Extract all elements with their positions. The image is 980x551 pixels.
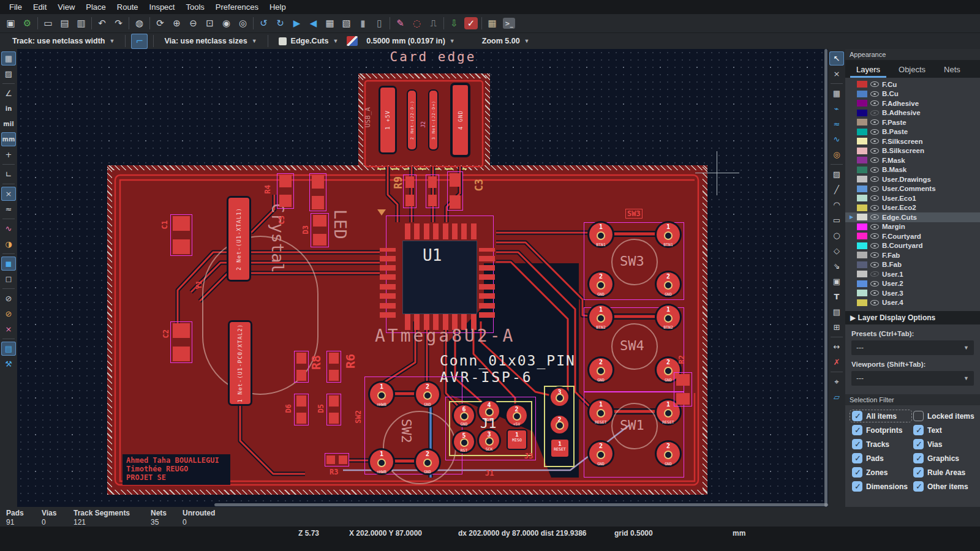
checkbox[interactable] <box>852 453 862 463</box>
sw1-pad[interactable]: 2GND <box>589 442 612 465</box>
layer-row[interactable]: User.4 <box>845 298 980 308</box>
layer-color-swatch[interactable] <box>857 223 867 230</box>
track-width-dropdown[interactable]: Track: use netclass width ▼ <box>7 36 119 47</box>
layer-color-swatch[interactable] <box>857 242 867 249</box>
filter-item[interactable]: Text <box>911 424 979 436</box>
j2-ref[interactable]: J2 <box>420 121 426 128</box>
layer-color-swatch[interactable] <box>857 129 867 135</box>
sw4-pad[interactable]: 1BTN2 <box>657 305 680 329</box>
units-mm-icon[interactable]: mm <box>1 132 16 146</box>
sep[interactable] <box>2 288 15 289</box>
layer-row[interactable]: User.Eco2 <box>845 203 980 213</box>
usb-pad-1[interactable]: 1 +5V <box>379 86 397 154</box>
j3-pad[interactable]: 3 <box>551 388 568 406</box>
sw2-ref[interactable]: SW2 <box>354 410 363 424</box>
sep[interactable] <box>831 372 843 372</box>
checkbox[interactable] <box>913 425 924 435</box>
layer-row[interactable]: User.2 <box>845 279 980 289</box>
menu-item[interactable]: Tools <box>180 0 209 14</box>
j3-pad[interactable]: 2 <box>551 416 568 433</box>
sw3-pad[interactable]: 1BTN1 <box>589 223 612 246</box>
visibility-eye-icon[interactable] <box>870 300 879 305</box>
layer-row[interactable]: F.Courtyard <box>845 231 980 241</box>
layer-color-swatch[interactable] <box>857 157 867 163</box>
sw3-pad[interactable]: 2GND <box>657 272 680 296</box>
plot-icon[interactable]: ▥ <box>73 16 89 31</box>
sep[interactable] <box>2 219 15 219</box>
redo-icon[interactable]: ↷ <box>110 16 127 31</box>
layer-row[interactable]: F.Paste <box>845 118 980 127</box>
footprint-editor-icon[interactable]: ▦ <box>484 16 500 31</box>
layer-row[interactable]: B.Silkscreen <box>845 146 980 156</box>
c3-ref[interactable]: C3 <box>473 179 485 191</box>
sw4-pad[interactable]: 2GND <box>589 358 612 381</box>
unlock-icon[interactable]: ▯ <box>371 16 388 31</box>
local-ratsnest-icon[interactable]: × <box>829 67 844 81</box>
layer-color-swatch[interactable] <box>857 252 867 258</box>
layer-color-swatch[interactable] <box>857 195 867 201</box>
via-size-dropdown[interactable]: Via: use netclass sizes ▼ <box>159 36 262 47</box>
checkbox[interactable] <box>852 467 862 478</box>
zone-outline-icon[interactable]: ◻ <box>1 272 16 286</box>
visibility-eye-icon[interactable] <box>870 252 879 258</box>
sw3-pad[interactable]: 2GND <box>589 272 612 296</box>
sw1-pad[interactable]: 2GND <box>657 442 680 465</box>
visibility-eye-icon[interactable] <box>870 205 879 211</box>
filter-item[interactable]: Tracks <box>850 438 911 450</box>
layer-row[interactable]: F.Fab <box>845 250 980 260</box>
visibility-eye-icon[interactable] <box>870 271 880 277</box>
layer-row[interactable]: F.Adhesive <box>845 99 980 108</box>
c5-footprint[interactable] <box>277 173 294 209</box>
c5-ref[interactable]: C5 <box>277 216 286 224</box>
sep[interactable] <box>831 83 843 84</box>
visibility-eye-icon[interactable] <box>870 214 879 220</box>
limit-45-icon[interactable]: ∟ <box>1 167 16 181</box>
undo-icon[interactable]: ↶ <box>94 16 110 31</box>
isp-text-1[interactable]: Conn_01x03_PIN <box>440 353 576 369</box>
refresh-icon[interactable]: ⟳ <box>152 16 168 31</box>
layer-row[interactable]: User.1 <box>845 269 980 279</box>
checkbox[interactable] <box>913 481 924 492</box>
layer-row[interactable]: B.Adhesive <box>845 108 980 118</box>
visibility-eye-icon[interactable] <box>870 138 879 144</box>
crystal-pad-2[interactable]: 2 Net-(U1-XTAL1) <box>227 196 251 282</box>
properties-panel-icon[interactable]: ⚒ <box>1 357 16 371</box>
visibility-eye-icon[interactable] <box>870 148 879 154</box>
cleanup-tracks-icon[interactable]: ✎ <box>392 16 409 31</box>
lock-icon[interactable]: ▮ <box>355 16 371 31</box>
layer-row[interactable]: User.3 <box>845 288 980 298</box>
zoom-selection-icon[interactable]: ◎ <box>235 16 251 31</box>
r3-footprint[interactable] <box>325 453 349 467</box>
c1-footprint[interactable] <box>170 214 192 256</box>
sw4-pad[interactable]: 1BTN2 <box>589 305 612 329</box>
u1-pads-top[interactable] <box>405 223 477 239</box>
sep[interactable] <box>2 253 15 254</box>
visibility-eye-icon[interactable] <box>870 100 879 106</box>
viewports-select[interactable]: --- ▼ <box>851 371 974 386</box>
d5-ref[interactable]: D5 <box>317 404 325 413</box>
checkbox[interactable] <box>913 453 924 463</box>
c2-ref[interactable]: C2 <box>162 329 170 338</box>
rotate-ccw-icon[interactable]: ↺ <box>255 16 272 31</box>
filter-item[interactable]: Graphics <box>911 452 979 464</box>
add-text-icon[interactable]: T <box>829 290 844 304</box>
d3-footprint[interactable] <box>311 213 329 247</box>
visibility-eye-icon[interactable] <box>870 157 879 163</box>
d5-footprint[interactable] <box>326 394 341 425</box>
checkbox[interactable] <box>852 425 862 435</box>
filter-item[interactable]: Vias <box>911 438 979 450</box>
r9-ref[interactable]: R9 <box>392 176 404 189</box>
checkbox[interactable] <box>913 411 924 421</box>
filter-item[interactable]: Other items <box>911 481 979 492</box>
layers-manager-icon[interactable]: ▤ <box>1 342 16 356</box>
sw4-footprint[interactable]: SW4 1BTN2 1BTN2 2GND 2GND <box>584 307 684 392</box>
net-color-mode-icon[interactable]: ◑ <box>1 237 16 251</box>
add-image-icon[interactable]: ▣ <box>829 274 844 288</box>
led-footprint[interactable] <box>326 351 341 383</box>
u1-pads-right[interactable] <box>479 248 495 318</box>
hide-tracks-icon[interactable]: × <box>1 322 16 336</box>
j1-pad[interactable]: 2+5V <box>507 405 527 425</box>
drill-origin-icon[interactable]: ⌖ <box>829 375 844 389</box>
layer-color-swatch[interactable] <box>857 186 867 192</box>
menu-item[interactable]: Edit <box>28 0 52 14</box>
